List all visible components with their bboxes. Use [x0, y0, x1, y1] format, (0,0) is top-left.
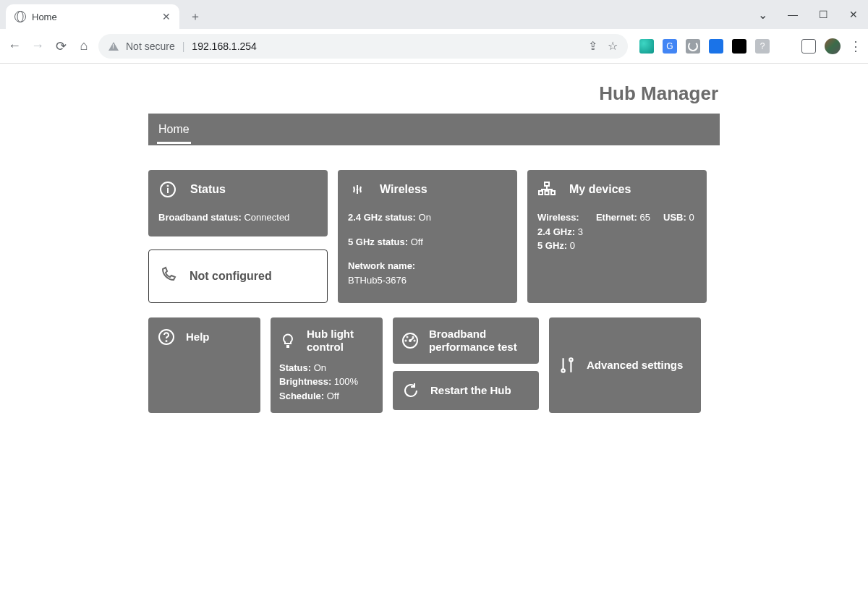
new-tab-button[interactable]: ＋: [185, 7, 205, 27]
extension-icon[interactable]: [639, 39, 654, 54]
svg-point-17: [409, 340, 411, 341]
card-wireless[interactable]: Wireless 2.4 GHz status: On 5 GHz status…: [338, 170, 517, 303]
wireless-5-status: Off: [411, 236, 423, 247]
back-button[interactable]: ←: [7, 38, 22, 54]
phone-icon: [159, 266, 176, 286]
url-text: 192.168.1.254: [192, 40, 257, 52]
extension-icon[interactable]: [709, 39, 723, 54]
card-title: Wireless: [380, 183, 427, 196]
tile-performance-test[interactable]: Broadband performance test: [393, 317, 539, 364]
wireless-24-status: On: [419, 212, 431, 223]
browser-tab[interactable]: Home ✕: [6, 4, 179, 29]
window-minimize-button[interactable]: —: [783, 9, 803, 20]
bookmark-icon[interactable]: ☆: [608, 39, 618, 53]
tile-advanced-settings[interactable]: Advanced settings: [549, 317, 701, 414]
svg-rect-9: [545, 191, 549, 195]
devices-icon: [537, 180, 556, 199]
extensions-button[interactable]: ✦: [778, 39, 793, 54]
extension-icon[interactable]: G: [663, 39, 677, 54]
devices-5-count: 0: [570, 240, 575, 251]
main-nav: Home: [148, 114, 720, 145]
devices-24-count: 3: [578, 226, 583, 237]
svg-point-19: [414, 340, 415, 341]
info-icon: [158, 180, 177, 199]
extension-icon[interactable]: ?: [755, 39, 770, 54]
profile-avatar[interactable]: [825, 38, 841, 54]
nav-tab-home[interactable]: Home: [157, 116, 191, 144]
browser-toolbar: ← → ⟳ ⌂ Not secure | 192.168.1.254 ⇪ ☆ G…: [0, 29, 868, 64]
nav-buttons: ← → ⟳ ⌂: [7, 38, 91, 54]
window-close-button[interactable]: ✕: [843, 9, 864, 20]
tab-close-button[interactable]: ✕: [162, 11, 171, 22]
reload-button[interactable]: ⟳: [54, 38, 68, 54]
wifi-icon: [348, 180, 367, 199]
share-icon[interactable]: ⇪: [588, 39, 597, 53]
help-icon: [157, 328, 176, 346]
tile-title: Restart the Hub: [430, 384, 511, 397]
network-name-value: BTHub5-3676: [348, 275, 407, 286]
tab-title: Home: [32, 12, 57, 22]
hublight-schedule: Off: [327, 391, 339, 401]
security-label: Not secure: [126, 40, 175, 52]
svg-point-21: [413, 336, 414, 337]
tile-title: Advanced settings: [587, 359, 683, 372]
svg-rect-5: [545, 182, 549, 186]
address-bar[interactable]: Not secure | 192.168.1.254 ⇪ ☆: [98, 34, 628, 59]
svg-point-22: [561, 369, 564, 372]
svg-point-18: [406, 340, 407, 341]
brand-title: Hub Manager: [148, 82, 720, 105]
restart-icon: [401, 381, 420, 400]
extension-icons: G ? ✦ ⋮: [639, 38, 861, 54]
tile-restart-hub[interactable]: Restart the Hub: [393, 371, 539, 410]
browser-tabstrip: Home ✕ ＋ ⌄ — ☐ ✕: [0, 0, 868, 29]
card-phone[interactable]: Not configured: [148, 250, 328, 303]
tools-icon: [558, 356, 576, 375]
globe-icon: [14, 11, 26, 22]
card-status[interactable]: Status Broadband status: Connected: [148, 170, 328, 236]
extension-icon[interactable]: [686, 39, 700, 54]
hublight-status: On: [314, 362, 326, 373]
svg-point-23: [569, 358, 572, 361]
tile-hub-light[interactable]: Hub light control Status: On Brightness:…: [271, 317, 383, 414]
gauge-icon: [401, 331, 419, 350]
tile-title: Broadband performance test: [429, 328, 530, 354]
tile-title: Help: [186, 331, 210, 344]
broadband-status-value: Connected: [244, 212, 289, 223]
bulb-icon: [279, 331, 297, 350]
svg-rect-10: [551, 191, 555, 195]
hublight-brightness: 100%: [334, 376, 358, 387]
card-title: My devices: [569, 183, 631, 196]
tile-title: Hub light control: [307, 328, 374, 354]
warning-icon: [109, 42, 119, 51]
page-content: Hub Manager Home Status Broadband status…: [0, 64, 868, 413]
svg-point-12: [166, 341, 167, 341]
svg-point-20: [407, 336, 408, 337]
window-controls: ⌄ — ☐ ✕: [752, 0, 864, 29]
extension-icon[interactable]: [732, 39, 746, 54]
svg-point-4: [357, 189, 359, 191]
devices-eth-count: 65: [640, 212, 650, 223]
home-button[interactable]: ⌂: [77, 38, 91, 54]
card-devices[interactable]: My devices Wireless: 2.4 GHz: 3 5 GHz: 0…: [527, 170, 707, 303]
card-title: Status: [190, 183, 226, 196]
devices-usb-count: 0: [689, 212, 694, 223]
forward-button[interactable]: →: [30, 38, 45, 54]
svg-rect-8: [539, 191, 542, 195]
tab-search-button[interactable]: ⌄: [752, 8, 773, 22]
chrome-menu-button[interactable]: ⋮: [849, 38, 861, 54]
tile-help[interactable]: Help: [148, 317, 260, 414]
window-maximize-button[interactable]: ☐: [813, 9, 833, 20]
phone-status: Not configured: [190, 270, 272, 283]
svg-point-2: [168, 186, 169, 187]
sidepanel-button[interactable]: [801, 39, 816, 54]
